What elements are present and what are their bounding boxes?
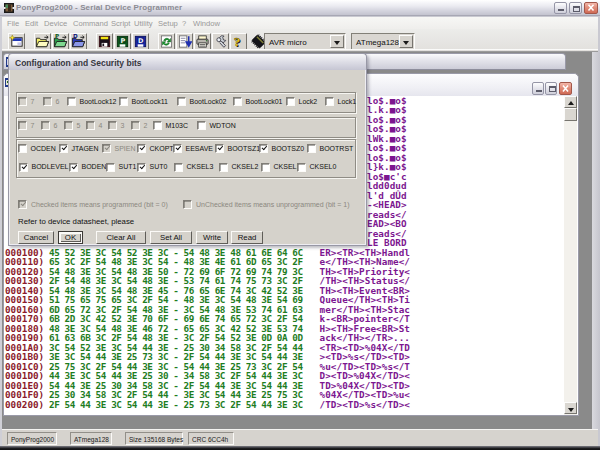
- ok-button[interactable]: OK: [58, 231, 83, 244]
- setup-button[interactable]: [212, 33, 229, 50]
- menu-edit[interactable]: Edit: [25, 19, 38, 28]
- device-family-select-value: AVR micro: [269, 38, 307, 47]
- checkbox[interactable]: [67, 97, 76, 106]
- checkbox-checked[interactable]: [215, 144, 224, 153]
- read-device-icon: [177, 34, 192, 49]
- fuse-label: BOOTRST: [320, 145, 354, 152]
- checkbox[interactable]: [325, 97, 334, 106]
- open-file-button[interactable]: [34, 33, 51, 50]
- read-device-button[interactable]: [176, 33, 193, 50]
- checkmark-icon: [140, 146, 145, 151]
- checkbox-checked[interactable]: [69, 163, 78, 172]
- status-text-size: Size 135168 Bytes: [129, 436, 183, 443]
- checkbox[interactable]: [197, 121, 206, 130]
- help-button[interactable]: ??: [230, 33, 247, 50]
- mdi-workspace: lo$.■o$l.k.■o$lo$.■o$lo$.■o$lWk.■o$lo$.■…: [2, 52, 592, 429]
- save-program-file-button[interactable]: P: [114, 33, 131, 50]
- set-all-button[interactable]: Set All: [150, 231, 192, 244]
- scroll-up-button[interactable]: [564, 96, 577, 108]
- status-panel-crc: CRC 6CC4h: [188, 432, 234, 445]
- fuse-label: BootLock11: [132, 98, 168, 105]
- close-button[interactable]: [584, 2, 598, 14]
- checkbox[interactable]: [233, 97, 242, 106]
- menu-command[interactable]: Command: [73, 19, 108, 28]
- scroll-down-button[interactable]: [564, 402, 577, 414]
- checkbox-checked[interactable]: [19, 163, 28, 172]
- menu-setup[interactable]: Setup: [158, 19, 178, 28]
- save-data-file-icon: D: [133, 34, 148, 49]
- read-button[interactable]: Read: [231, 231, 263, 244]
- fuse-label: SUT1: [119, 163, 137, 170]
- checkbox[interactable]: [219, 163, 228, 172]
- scroll-down-icon: [568, 408, 574, 412]
- save-file-icon: [97, 34, 112, 49]
- child-maximize-button[interactable]: [545, 82, 557, 95]
- reload-icon: [159, 34, 174, 49]
- checkbox[interactable]: [18, 144, 27, 153]
- checkbox[interactable]: [177, 97, 186, 106]
- fuse-label: BootLock02: [190, 98, 227, 105]
- cancel-button[interactable]: Cancel: [18, 231, 54, 244]
- new-window-button[interactable]: [8, 33, 25, 50]
- checkbox-checked[interactable]: [173, 144, 182, 153]
- checkbox-checked[interactable]: [259, 144, 268, 153]
- menu-utility[interactable]: Utility: [134, 19, 153, 28]
- hex-bytes: 2F 54 44 3E 3C 54 44 3E - 25 73 3C 2F 54…: [49, 400, 303, 410]
- fuse-label: 5: [77, 122, 81, 129]
- fuse-label: SPIEN: [115, 145, 136, 152]
- status-panel-app: PonyProg2000: [7, 432, 57, 445]
- checkbox[interactable]: [286, 97, 295, 106]
- menu-help[interactable]: ?: [182, 19, 186, 28]
- status-text-app: PonyProg2000: [11, 436, 54, 443]
- checkbox: [18, 97, 27, 106]
- dropdown-arrow-icon[interactable]: [399, 35, 413, 48]
- child-minimize-button[interactable]: [532, 82, 544, 95]
- checkbox[interactable]: [261, 163, 270, 172]
- print-button[interactable]: [194, 33, 211, 50]
- checkbox-checked[interactable]: [137, 163, 146, 172]
- fuse-label: Lock2: [299, 98, 318, 105]
- fuse-label: 2: [144, 122, 148, 129]
- reload-button[interactable]: [158, 33, 175, 50]
- fuse-label: M103C: [166, 122, 189, 129]
- open-data-file-button[interactable]: D: [70, 33, 87, 50]
- checkbox[interactable]: [297, 163, 306, 172]
- checkbox[interactable]: [307, 144, 316, 153]
- child-close-button[interactable]: [559, 82, 572, 95]
- save-data-file-button[interactable]: D: [132, 33, 149, 50]
- fuse-label: SUT0: [150, 163, 168, 170]
- checkbox: [183, 200, 192, 209]
- device-family-select[interactable]: AVR micro: [264, 33, 346, 50]
- clear-all-button[interactable]: Clear All: [96, 231, 146, 244]
- fuse-label: EESAVE: [186, 145, 214, 152]
- dropdown-arrow-icon[interactable]: [330, 35, 344, 48]
- device-model-select[interactable]: ATmega128: [351, 33, 415, 50]
- toolbar: PDPD??AVR microATmega128: [2, 29, 598, 52]
- status-bar: PonyProg2000ATmega128Size 135168 BytesCR…: [2, 429, 598, 446]
- menu-window[interactable]: Window: [193, 19, 220, 28]
- maximize-button[interactable]: [569, 2, 582, 14]
- menu-script[interactable]: Script: [111, 19, 130, 28]
- close-icon: [585, 3, 597, 13]
- menu-device[interactable]: Device: [44, 19, 67, 28]
- dialog-titlebar[interactable]: Configuration and Security bits: [8, 53, 367, 70]
- open-program-file-button[interactable]: P: [52, 33, 69, 50]
- checkbox[interactable]: [119, 97, 128, 106]
- checkbox: [108, 121, 117, 130]
- checkbox[interactable]: [106, 163, 115, 172]
- checkbox-checked[interactable]: [137, 144, 146, 153]
- app-icon: [4, 3, 14, 13]
- checkbox: [43, 97, 52, 106]
- child-minimize-icon: [536, 90, 542, 92]
- menu-file[interactable]: File: [7, 19, 19, 28]
- scrollbar-thumb[interactable]: [564, 108, 577, 121]
- checkbox-checked: [102, 144, 111, 153]
- checkbox[interactable]: [174, 163, 183, 172]
- minimize-button[interactable]: [554, 2, 567, 14]
- fuse-label: Lock1: [338, 98, 357, 105]
- checkbox[interactable]: [153, 121, 162, 130]
- save-file-button[interactable]: [96, 33, 113, 50]
- child-maximize-icon: [549, 86, 556, 92]
- checkbox-checked[interactable]: [59, 144, 68, 153]
- write-button[interactable]: Write: [196, 231, 228, 244]
